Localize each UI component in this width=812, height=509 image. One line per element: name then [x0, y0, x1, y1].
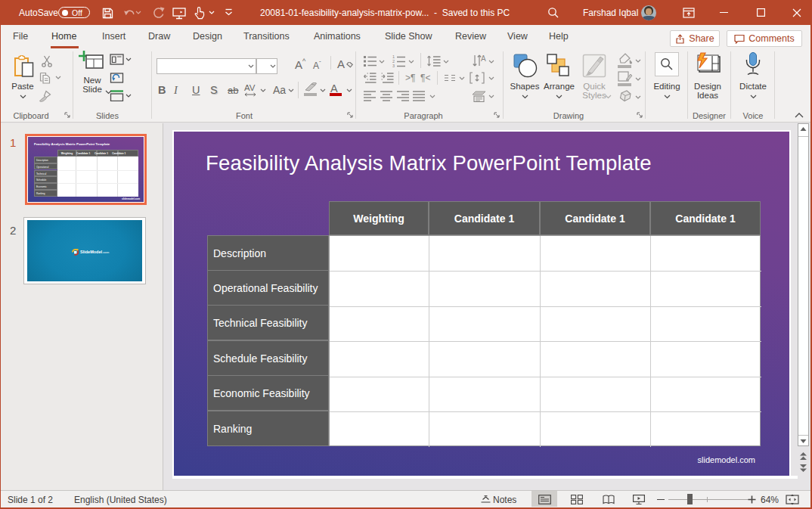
svg-text:3: 3	[392, 64, 395, 67]
svg-text:A: A	[481, 54, 486, 63]
